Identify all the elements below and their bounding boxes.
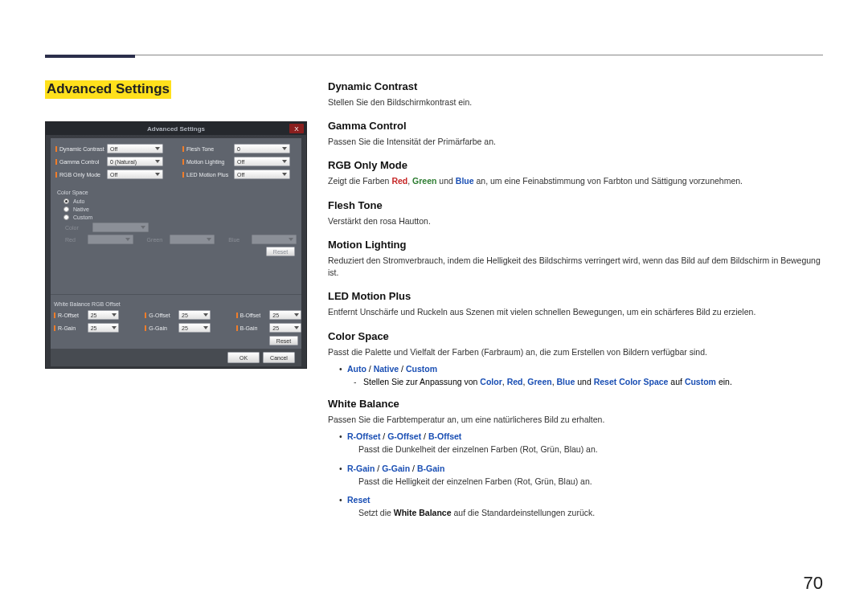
dynamic-contrast-heading: Dynamic Contrast xyxy=(328,80,823,92)
cs-blue-select xyxy=(252,235,297,244)
dialog-body: Dynamic Contrast Off Flesh Tone 0 Gamma … xyxy=(51,138,301,366)
r-offset-label: R-Offset xyxy=(54,313,83,318)
wb-reset-desc: Setzt die White Balance auf die Standard… xyxy=(350,507,823,520)
ok-button[interactable]: OK xyxy=(227,352,260,363)
b-offset-label: B-Offset xyxy=(236,313,265,318)
cs-red-label: Red xyxy=(65,237,83,243)
wb-reset-option: Reset xyxy=(339,494,823,507)
radio-dot-icon xyxy=(63,198,69,204)
close-icon[interactable]: X xyxy=(289,124,304,133)
dialog-titlebar: Advanced Settings X xyxy=(46,122,306,135)
radio-open-icon xyxy=(63,215,69,220)
led-motion-plus-label: LED Motion Plus xyxy=(182,172,234,178)
left-column: Advanced Settings Advanced Settings X Dy… xyxy=(45,80,307,528)
motion-lighting-select[interactable]: Off xyxy=(234,157,290,166)
wb-offset-desc: Passt die Dunkelheit der einzelnen Farbe… xyxy=(350,443,823,456)
wb-group-label: White Balance RGB Offset xyxy=(54,301,301,307)
rgb-only-mode-select[interactable]: Off xyxy=(107,170,163,179)
led-motion-plus-select[interactable]: Off xyxy=(234,170,290,179)
rgb-only-mode-label: RGB Only Mode xyxy=(55,172,107,178)
dialog-buttons: OK Cancel xyxy=(51,349,301,366)
color-space-panel: Color Space Auto Native Custom Color Red… xyxy=(51,185,301,292)
page-number: 70 xyxy=(804,573,823,594)
gamma-control-label: Gamma Control xyxy=(55,159,107,165)
wb-gain-options: R-Gain / G-Gain / B-Gain xyxy=(339,463,823,476)
r-offset-select[interactable]: 25 xyxy=(88,310,120,320)
dynamic-contrast-body: Stellen Sie den Bildschirmkontrast ein. xyxy=(328,96,823,108)
b-gain-select[interactable]: 25 xyxy=(269,323,301,333)
dialog-top-panel: Dynamic Contrast Off Flesh Tone 0 Gamma … xyxy=(51,138,301,185)
wb-gain-desc: Passt die Helligkeit der einzelnen Farbe… xyxy=(350,476,823,488)
g-offset-select[interactable]: 25 xyxy=(178,310,211,320)
color-space-options: Auto / Native / Custom xyxy=(339,363,823,376)
color-space-sub: Stellen Sie zur Anpassung von Color, Red… xyxy=(354,376,823,389)
motion-lighting-body: Reduziert den Stromverbrauch, indem die … xyxy=(328,255,823,279)
white-balance-panel: White Balance RGB Offset R-Offset 25 G-O… xyxy=(51,294,301,349)
gamma-control-body: Passen Sie die Intensität der Primärfarb… xyxy=(328,136,823,148)
dynamic-contrast-label: Dynamic Contrast xyxy=(55,146,107,152)
rgb-only-mode-body: Zeigt die Farben Red, Green und Blue an,… xyxy=(328,175,823,187)
cancel-button[interactable]: Cancel xyxy=(263,352,295,363)
b-offset-select[interactable]: 25 xyxy=(269,310,301,320)
color-space-auto-radio[interactable]: Auto xyxy=(63,198,297,204)
led-motion-plus-body: Entfernt Unschärfe und Ruckeln aus Szene… xyxy=(328,306,823,318)
cs-color-select xyxy=(92,223,149,232)
right-column: Dynamic Contrast Stellen Sie den Bildsch… xyxy=(328,80,823,528)
settings-dialog: Advanced Settings X Dynamic Contrast Off… xyxy=(45,121,307,369)
g-gain-label: G-Gain xyxy=(145,325,174,331)
r-gain-label: R-Gain xyxy=(54,325,83,331)
cs-blue-label: Blue xyxy=(228,237,246,243)
color-space-native-radio[interactable]: Native xyxy=(63,206,297,212)
color-space-custom-radio[interactable]: Custom xyxy=(63,215,297,220)
cs-green-label: Green xyxy=(147,237,165,243)
color-space-heading: Color Space xyxy=(328,330,823,342)
page-content: Advanced Settings Advanced Settings X Dy… xyxy=(45,80,823,528)
dynamic-contrast-select[interactable]: Off xyxy=(107,144,163,153)
flesh-tone-label: Flesh Tone xyxy=(182,146,234,152)
wb-offset-options: R-Offset / G-Offset / B-Offset xyxy=(339,431,823,443)
b-gain-label: B-Gain xyxy=(236,325,265,331)
dialog-title: Advanced Settings xyxy=(147,125,205,133)
cs-red-select xyxy=(88,235,133,244)
page-divider xyxy=(45,55,823,55)
r-gain-select[interactable]: 25 xyxy=(88,323,120,333)
page-divider-accent xyxy=(45,55,135,58)
rgb-only-mode-heading: RGB Only Mode xyxy=(328,159,823,171)
flesh-tone-heading: Flesh Tone xyxy=(328,199,823,211)
gamma-control-heading: Gamma Control xyxy=(328,120,823,132)
color-space-group-label: Color Space xyxy=(57,190,297,195)
motion-lighting-heading: Motion Lighting xyxy=(328,239,823,251)
radio-open-icon xyxy=(63,206,69,212)
gamma-control-select[interactable]: 0 (Natural) xyxy=(107,157,163,166)
cs-reset-button: Reset xyxy=(266,247,295,256)
wb-reset-button[interactable]: Reset xyxy=(269,336,298,345)
g-gain-select[interactable]: 25 xyxy=(178,323,211,333)
white-balance-heading: White Balance xyxy=(328,398,823,410)
motion-lighting-label: Motion Lighting xyxy=(182,159,234,165)
color-space-body: Passt die Palette und Vielfalt der Farbe… xyxy=(328,346,823,358)
flesh-tone-select[interactable]: 0 xyxy=(234,144,290,153)
flesh-tone-body: Verstärkt den rosa Hautton. xyxy=(328,215,823,227)
cs-green-select xyxy=(170,235,215,244)
led-motion-plus-heading: LED Motion Plus xyxy=(328,290,823,302)
white-balance-body: Passen Sie die Farbtemperatur an, um ein… xyxy=(328,414,823,426)
g-offset-label: G-Offset xyxy=(145,313,174,318)
cs-color-label: Color xyxy=(65,225,88,231)
page-title: Advanced Settings xyxy=(45,80,171,99)
